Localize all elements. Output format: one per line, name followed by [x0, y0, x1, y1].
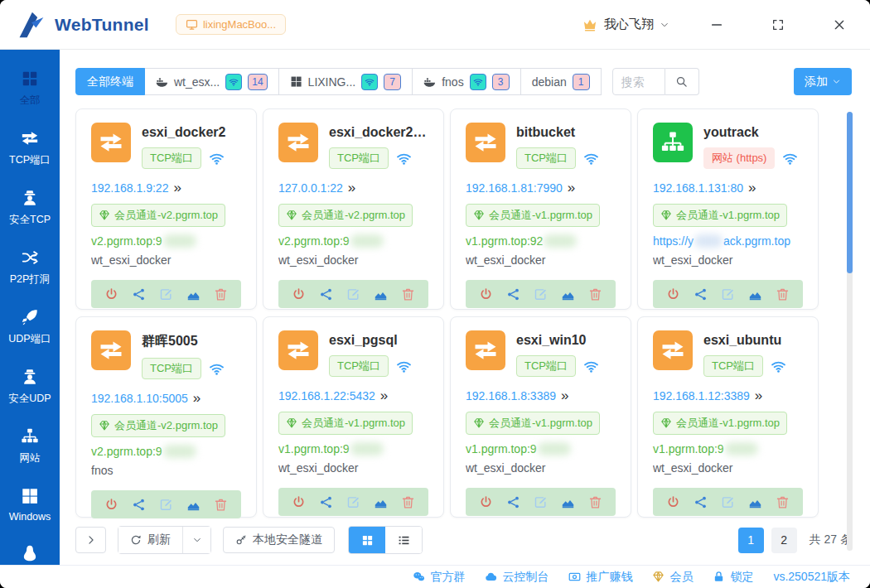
sidebar-item-2[interactable]: 安全TCP	[0, 189, 60, 227]
edit-button[interactable]	[721, 287, 735, 301]
search-input[interactable]	[612, 68, 665, 95]
edit-button[interactable]	[159, 498, 173, 512]
tab-4[interactable]: debian 1	[520, 68, 602, 95]
tab-0[interactable]: 全部终端	[75, 68, 145, 95]
public-address[interactable]: v1.pgrm.top:9	[466, 441, 616, 457]
share-button[interactable]	[132, 498, 146, 512]
delete-button[interactable]	[776, 495, 790, 509]
sidebar-item-icon	[21, 70, 39, 88]
power-button[interactable]	[104, 498, 118, 512]
local-address-link[interactable]: 192.168.1.9:22	[91, 181, 168, 195]
share-button[interactable]	[506, 287, 520, 301]
channel-label: 会员通道-v1.pgrm.top	[302, 416, 405, 431]
public-address[interactable]: v1.pgrm.top:9	[653, 441, 803, 457]
close-button[interactable]	[830, 16, 848, 34]
traffic-chart-button[interactable]	[374, 495, 388, 509]
grid-view-button[interactable]	[349, 527, 385, 553]
gem-icon	[286, 417, 297, 429]
public-address[interactable]: v2.pgrm.top:9	[91, 233, 241, 249]
traffic-chart-button[interactable]	[748, 287, 762, 301]
sidebar-item-4[interactable]: UDP端口	[0, 308, 60, 346]
sidebar-item-0[interactable]: 全部	[0, 70, 60, 108]
refresh-dropdown-button[interactable]	[182, 527, 210, 553]
edit-button[interactable]	[721, 495, 735, 509]
sidebar-item-7[interactable]: Windows	[0, 487, 60, 523]
delete-button[interactable]	[401, 287, 415, 301]
share-button[interactable]	[506, 495, 520, 509]
public-address[interactable]: https://yack.pgrm.top	[653, 233, 803, 249]
footer-link-4[interactable]: 锁定	[713, 570, 753, 585]
page-button-1[interactable]: 2	[771, 528, 797, 553]
forward-arrow-icon: »	[348, 181, 355, 195]
traffic-chart-button[interactable]	[748, 495, 762, 509]
public-address[interactable]: v2.pgrm.top:9	[91, 443, 241, 460]
delete-button[interactable]	[588, 495, 602, 509]
edit-button[interactable]	[346, 287, 360, 301]
edit-button[interactable]	[346, 495, 360, 509]
traffic-chart-button[interactable]	[186, 498, 201, 512]
public-address[interactable]: v1.pgrm.top:9	[278, 441, 428, 457]
tab-3[interactable]: fnos 3	[412, 68, 520, 95]
share-button[interactable]	[694, 495, 708, 509]
page-button-0[interactable]: 1	[738, 528, 764, 553]
edit-button[interactable]	[534, 495, 548, 509]
share-button[interactable]	[694, 287, 708, 301]
public-address[interactable]: v2.pgrm.top:9	[278, 233, 428, 249]
footer-link-3[interactable]: 会员	[652, 570, 693, 585]
delete-button[interactable]	[401, 495, 415, 509]
tab-2[interactable]: LIXING... 7	[278, 68, 413, 95]
delete-button[interactable]	[588, 287, 602, 301]
local-tunnel-button[interactable]: 本地安全隧道	[223, 527, 335, 553]
power-button[interactable]	[479, 495, 493, 509]
edit-icon	[721, 495, 735, 509]
add-button[interactable]: 添加	[794, 68, 852, 95]
sidebar-item-5[interactable]: 安全UDP	[0, 368, 60, 406]
footer-link-1[interactable]: 云控制台	[485, 570, 549, 585]
power-button[interactable]	[666, 495, 680, 509]
traffic-chart-button[interactable]	[561, 495, 575, 509]
next-page-button[interactable]	[75, 527, 106, 553]
search-button[interactable]	[665, 68, 699, 95]
sidebar-item-3[interactable]: P2P打洞	[0, 248, 60, 287]
power-button[interactable]	[292, 495, 306, 509]
card-actions	[278, 488, 428, 516]
footer-link-2[interactable]: 推广赚钱	[568, 570, 632, 585]
scrollbar[interactable]	[847, 112, 853, 551]
list-view-button[interactable]	[385, 527, 422, 553]
edit-button[interactable]	[159, 287, 173, 301]
delete-button[interactable]	[214, 287, 228, 301]
traffic-chart-button[interactable]	[186, 287, 201, 301]
footer-link-0[interactable]: 官方群	[413, 570, 465, 585]
power-button[interactable]	[479, 287, 493, 301]
local-address-link[interactable]: 192.168.1.10:5005	[91, 392, 188, 405]
power-button[interactable]	[666, 287, 680, 301]
local-address-link[interactable]: 192.168.1.131:80	[653, 181, 743, 195]
user-menu[interactable]: 我心飞翔	[582, 17, 669, 33]
scrollbar-thumb[interactable]	[847, 112, 853, 273]
local-address-link[interactable]: 192.168.1.81:7990	[466, 181, 563, 195]
share-button[interactable]	[319, 287, 333, 301]
power-button[interactable]	[104, 287, 118, 301]
share-button[interactable]	[319, 495, 333, 509]
share-button[interactable]	[132, 287, 146, 301]
tab-1[interactable]: wt_esx... 14	[144, 68, 279, 95]
sidebar-item-1[interactable]: TCP端口	[0, 129, 60, 167]
traffic-chart-button[interactable]	[374, 287, 388, 301]
delete-button[interactable]	[776, 287, 790, 301]
sidebar-item-6[interactable]: 网站	[0, 427, 60, 465]
card-head: youtrack 网站 (https)	[653, 123, 803, 169]
local-address-link[interactable]: 127.0.0.1:22	[278, 181, 343, 195]
edit-button[interactable]	[534, 287, 548, 301]
local-address-link[interactable]: 192.168.1.8:3389	[466, 389, 556, 402]
minimize-button[interactable]	[708, 16, 726, 34]
device-badge[interactable]: lixingMacBoo...	[176, 14, 286, 35]
public-address[interactable]: v1.pgrm.top:92	[466, 233, 616, 249]
traffic-chart-button[interactable]	[561, 287, 575, 301]
local-address-link[interactable]: 192.168.1.22:5432	[278, 389, 375, 402]
delete-button[interactable]	[214, 498, 228, 512]
local-address-link[interactable]: 192.168.1.12:3389	[653, 389, 750, 402]
power-button[interactable]	[292, 287, 306, 301]
refresh-button[interactable]: 刷新	[118, 527, 182, 553]
count-badge: 1	[573, 74, 590, 90]
fullscreen-button[interactable]	[769, 16, 787, 34]
